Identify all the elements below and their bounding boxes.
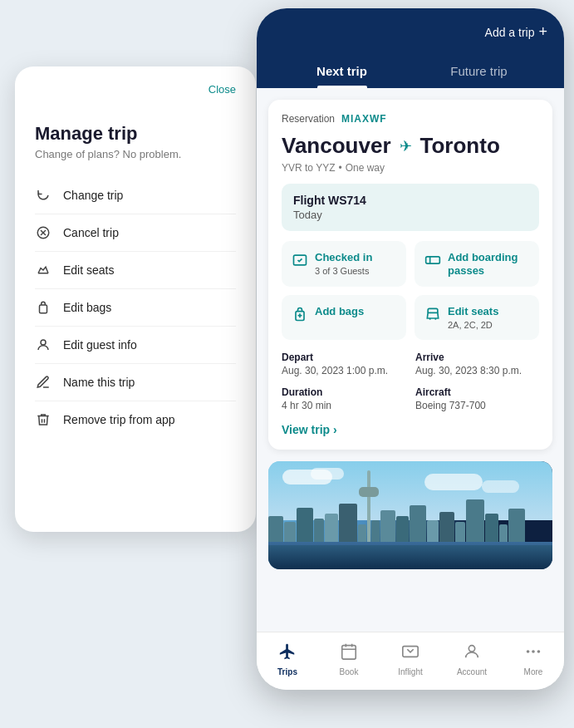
route-code: YVR to YYZ	[282, 162, 335, 174]
route-sub: YVR to YYZ • One way	[282, 162, 539, 174]
account-label: Account	[457, 667, 487, 676]
trips-icon	[278, 642, 297, 665]
manage-subtitle: Change of plans? No problem.	[35, 148, 236, 160]
trip-type: One way	[346, 162, 385, 174]
tab-next-trip[interactable]: Next trip	[273, 56, 410, 88]
edit-seats-label: Edit seats	[63, 263, 114, 277]
book-icon	[340, 642, 358, 665]
manage-remove-trip[interactable]: Remove trip from app	[35, 401, 236, 438]
seats-label: Edit seats	[448, 305, 498, 318]
edit-bags-label: Edit bags	[63, 301, 111, 314]
reservation-row: Reservation MIAXWF	[282, 113, 539, 125]
nav-trips[interactable]: Trips	[257, 639, 318, 680]
checked-in-action[interactable]: Checked in 3 of 3 Guests	[282, 241, 406, 287]
change-trip-icon	[35, 187, 52, 204]
reservation-code: MIAXWF	[341, 113, 387, 125]
edit-seats-icon	[35, 262, 52, 278]
add-bags-action[interactable]: Add bags	[282, 295, 406, 340]
aircraft-value: Boeing 737-700	[415, 400, 539, 411]
nav-account[interactable]: Account	[441, 639, 503, 680]
book-label: Book	[340, 667, 359, 676]
checkin-label: Checked in	[315, 251, 372, 264]
manage-cancel-trip[interactable]: Cancel trip	[35, 214, 236, 252]
manage-edit-guest[interactable]: Edit guest info	[35, 327, 236, 364]
inflight-icon	[401, 642, 419, 665]
trip-card: Reservation MIAXWF Vancouver ✈ Toronto Y…	[268, 100, 552, 450]
origin-city: Vancouver	[282, 133, 391, 159]
remove-trip-icon	[35, 411, 52, 428]
destination-city: Toronto	[420, 133, 500, 159]
svg-point-5	[41, 340, 46, 345]
name-trip-icon	[35, 374, 52, 391]
view-trip-link[interactable]: View trip ›	[282, 423, 539, 436]
tabs-row: Next trip Future trip	[273, 56, 547, 88]
svg-point-17	[469, 646, 474, 652]
remove-trip-label: Remove trip from app	[63, 413, 175, 426]
svg-point-20	[537, 650, 541, 653]
manage-change-trip[interactable]: Change trip	[35, 177, 236, 214]
cancel-trip-label: Cancel trip	[63, 226, 119, 239]
arrive-label: Arrive	[415, 352, 539, 363]
tab-future-trip[interactable]: Future trip	[410, 56, 547, 88]
account-icon	[463, 642, 481, 665]
bags-label: Add bags	[315, 305, 364, 318]
action-grid: Checked in 3 of 3 Guests Add boarding pa…	[282, 241, 539, 340]
bag-icon	[292, 306, 308, 327]
chevron-right-icon: ›	[333, 423, 337, 436]
svg-point-18	[527, 650, 530, 653]
duration-detail: Duration 4 hr 30 min	[282, 386, 405, 411]
manage-title: Manage trip	[35, 123, 236, 145]
edit-guest-icon	[35, 337, 52, 353]
view-trip-label: View trip	[282, 423, 330, 436]
manage-edit-bags[interactable]: Edit bags	[35, 289, 236, 327]
flight-number: Flight WS714	[293, 194, 527, 207]
trips-label: Trips	[277, 667, 297, 676]
checkin-icon	[292, 252, 308, 273]
details-grid: Depart Aug. 30, 2023 1:00 p.m. Arrive Au…	[282, 352, 539, 411]
flight-box: Flight WS714 Today	[282, 184, 539, 231]
cancel-trip-icon	[35, 224, 52, 241]
plane-direction-icon: ✈	[400, 137, 412, 155]
inflight-label: Inflight	[398, 667, 422, 676]
edit-guest-label: Edit guest info	[63, 338, 137, 352]
city-image	[268, 461, 552, 569]
nav-book[interactable]: Book	[318, 639, 380, 680]
flight-day: Today	[293, 209, 527, 221]
change-trip-label: Change trip	[63, 189, 123, 202]
nav-inflight[interactable]: Inflight	[380, 639, 441, 680]
seat-icon	[424, 306, 441, 327]
add-trip-button[interactable]: Add a trip +	[485, 23, 547, 41]
manage-edit-seats[interactable]: Edit seats	[35, 252, 236, 289]
more-icon	[524, 642, 542, 665]
edit-bags-icon	[35, 299, 52, 316]
add-trip-label: Add a trip	[485, 26, 535, 39]
nav-more[interactable]: More	[503, 639, 564, 680]
manage-name-trip[interactable]: Name this trip	[35, 364, 236, 401]
aircraft-detail: Aircraft Boeing 737-700	[415, 386, 539, 411]
depart-label: Depart	[282, 352, 405, 363]
phone-frame: Add a trip + Next trip Future trip Reser…	[257, 8, 564, 690]
route-row: Vancouver ✈ Toronto	[282, 133, 539, 159]
svg-rect-7	[426, 257, 440, 263]
name-trip-label: Name this trip	[63, 376, 135, 389]
more-label: More	[524, 667, 543, 676]
svg-point-19	[532, 650, 535, 653]
arrive-value: Aug. 30, 2023 8:30 p.m.	[415, 365, 539, 376]
svg-rect-4	[40, 305, 47, 313]
phone-content: Reservation MIAXWF Vancouver ✈ Toronto Y…	[257, 88, 564, 632]
add-boarding-action[interactable]: Add boarding passes	[415, 241, 539, 287]
add-trip-plus-icon: +	[538, 23, 547, 41]
close-button[interactable]: Close	[209, 83, 236, 96]
boarding-icon	[424, 252, 441, 273]
seats-sub: 2A, 2C, 2D	[448, 320, 498, 330]
bottom-nav: Trips Book Inflight	[257, 632, 564, 690]
edit-seats-action[interactable]: Edit seats 2A, 2C, 2D	[415, 295, 539, 340]
reservation-label: Reservation	[282, 113, 335, 125]
arrive-detail: Arrive Aug. 30, 2023 8:30 p.m.	[415, 352, 539, 376]
duration-value: 4 hr 30 min	[282, 400, 405, 411]
depart-detail: Depart Aug. 30, 2023 1:00 p.m.	[282, 352, 405, 376]
manage-trip-card: Close Manage trip Change of plans? No pr…	[15, 66, 256, 532]
duration-label: Duration	[282, 386, 405, 398]
phone-header: Add a trip + Next trip Future trip	[257, 8, 564, 88]
boarding-label: Add boarding passes	[448, 251, 529, 277]
